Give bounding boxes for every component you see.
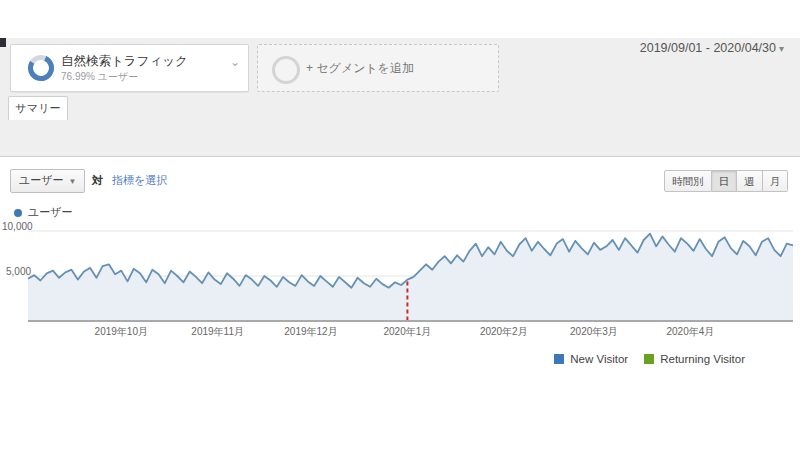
tab-summary[interactable]: サマリー xyxy=(8,96,68,120)
new-visitor-swatch-icon xyxy=(554,354,564,364)
report-content: ユーザー▼ 対 指標を選択 時間別日週月 ユーザー 5,00010,000 xyxy=(0,156,800,377)
y-axis-label: 10,000 xyxy=(2,221,33,232)
date-range-text: 2019/09/01 - 2020/04/30 xyxy=(640,41,776,55)
legend-label: Returning Visitor xyxy=(660,353,745,365)
chart-plot-area[interactable] xyxy=(0,199,800,323)
x-axis-label: 2019年11月 xyxy=(178,325,258,339)
y-axis-label: 5,000 xyxy=(6,266,31,277)
granularity-button-3[interactable]: 月 xyxy=(763,170,789,192)
segment-title: 自然検索トラフィック xyxy=(61,53,188,70)
x-axis-label: 2020年3月 xyxy=(554,325,634,339)
granularity-button-1[interactable]: 日 xyxy=(712,170,738,192)
metric-dropdown[interactable]: ユーザー▼ xyxy=(10,169,85,193)
metric-dropdown-label: ユーザー xyxy=(19,174,64,186)
x-axis-label: 2020年4月 xyxy=(650,325,730,339)
granularity-button-0[interactable]: 時間別 xyxy=(664,170,712,192)
granularity-button-group: 時間別日週月 xyxy=(664,170,788,192)
dropdown-arrow-icon: ▼ xyxy=(69,177,77,186)
x-axis-label: 2020年2月 xyxy=(464,325,544,339)
vs-label: 対 xyxy=(92,173,103,188)
x-axis-label: 2019年12月 xyxy=(271,325,351,339)
segment-subtitle: 76.99% ユーザー xyxy=(61,70,138,84)
add-segment-card[interactable]: + セグメントを追加 xyxy=(257,44,499,92)
legend-label: New Visitor xyxy=(570,353,628,365)
x-axis-label: 2019年10月 xyxy=(81,325,161,339)
granularity-button-2[interactable]: 週 xyxy=(737,170,763,192)
add-segment-label: + セグメントを追加 xyxy=(306,60,414,77)
chevron-down-icon[interactable]: ⌄ xyxy=(230,55,240,69)
legend-item-new-visitor: New Visitor xyxy=(554,353,628,365)
visitor-type-legend: New Visitor Returning Visitor xyxy=(554,353,745,365)
donut-chart-icon xyxy=(27,54,55,82)
empty-segment-circle-icon xyxy=(272,56,300,84)
screenshot-root: 自然検索トラフィック 76.99% ユーザー ⌄ + セグメントを追加 2019… xyxy=(0,0,800,450)
chevron-down-icon: ▾ xyxy=(779,43,784,54)
analytics-panel: 自然検索トラフィック 76.99% ユーザー ⌄ + セグメントを追加 2019… xyxy=(0,38,800,339)
x-axis-label: 2020年1月 xyxy=(367,325,447,339)
date-range-selector[interactable]: 2019/09/01 - 2020/04/30▾ xyxy=(640,41,784,55)
returning-visitor-swatch-icon xyxy=(644,354,654,364)
legend-item-returning-visitor: Returning Visitor xyxy=(644,353,745,365)
window-edge-artifact xyxy=(0,38,6,47)
timeseries-chart[interactable]: 5,00010,000 2019年10月2019年11月2019年12月2020… xyxy=(0,199,800,377)
select-metric-link[interactable]: 指標を選択 xyxy=(112,173,167,188)
segment-card-organic-traffic[interactable]: 自然検索トラフィック 76.99% ユーザー ⌄ xyxy=(10,44,249,92)
